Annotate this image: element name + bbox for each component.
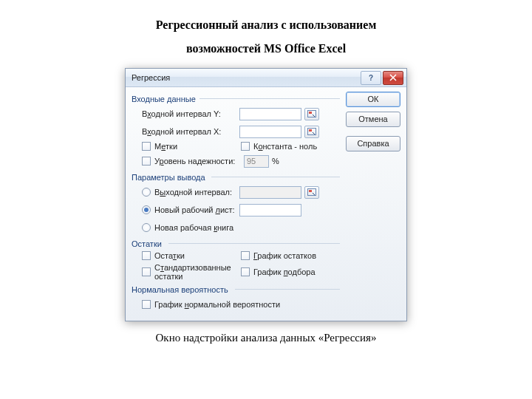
row-output-sheet: Новый рабочий лист: [132,201,340,219]
range-select-output-button[interactable] [304,186,319,199]
label-fit-plot: График подбора [253,267,316,276]
row-confidence: Уровень надежности: 95 % [132,152,340,170]
dialog-title: Регрессия [132,73,359,82]
input-output-range[interactable] [239,186,301,199]
help-icon[interactable]: ? [361,71,381,85]
range-select-y-button[interactable] [304,108,319,120]
label-normal-plot: График нормальной вероятности [154,300,280,309]
label-percent: % [272,157,279,166]
ok-button[interactable]: ОК [346,92,400,107]
titlebar[interactable]: Регрессия ? [126,69,406,87]
group-header-output: Параметры вывода [132,170,340,183]
checkbox-confidence[interactable] [142,157,151,166]
checkbox-labels[interactable] [142,142,151,151]
label-const-chk: Константа - ноль [253,142,317,151]
input-output-sheet[interactable] [239,204,301,216]
input-x[interactable] [239,126,301,138]
row-input-y: Входной интервал Y: [132,105,340,123]
range-icon [307,128,316,135]
radio-output-range[interactable] [142,188,151,197]
label-std-residuals: Стандартизованные остатки [154,263,241,281]
figure-caption: Окно надстройки анализа данных «Регресси… [0,332,532,344]
row-resid-pair1: Остатки График остатков [132,250,340,262]
close-button[interactable] [383,71,403,85]
range-icon [307,110,316,117]
radio-output-sheet[interactable] [142,205,151,214]
row-resid-pair2: Стандартизованные остатки График подбора [132,262,340,282]
page-title-line2: возможностей MS Office Excel [0,37,532,61]
checkbox-std-residuals[interactable] [142,267,151,276]
svg-rect-3 [309,129,312,132]
input-y[interactable] [239,108,301,120]
page-title-line1: Регрессионный анализ с использованием [0,13,532,37]
group-header-residuals: Остатки [132,236,340,250]
checkbox-resid-plot[interactable] [241,251,250,260]
page-title: Регрессионный анализ с использованием во… [0,13,532,61]
checkbox-fit-plot[interactable] [241,267,250,276]
button-column: ОК Отмена Справка [346,92,400,313]
label-residuals: Остатки [154,251,185,260]
svg-rect-5 [309,190,312,192]
row-labels-const: Метки Константа - ноль [132,140,340,152]
close-icon [389,74,397,81]
checkbox-residuals[interactable] [142,251,151,260]
label-resid-plot: График остатков [253,251,316,260]
range-select-x-button[interactable] [304,126,319,138]
group-header-input: Входные данные [132,92,340,105]
cancel-button[interactable]: Отмена [346,112,400,127]
label-output-range: Выходной интервал: [154,188,232,197]
regression-dialog: Регрессия ? Входные данные Входной интер… [125,68,407,321]
label-labels-chk: Метки [154,142,177,151]
row-output-range: Выходной интервал: [132,183,340,201]
label-input-x: Входной интервал X: [142,127,239,136]
group-header-normal: Нормальная вероятность [132,282,340,296]
range-icon [307,188,316,196]
svg-rect-1 [309,112,312,114]
row-output-book: Новая рабочая книга [132,219,340,236]
checkbox-normal-plot[interactable] [142,300,151,309]
row-normal-plot: График нормальной вероятности [132,296,340,313]
help-button[interactable]: Справка [346,136,400,151]
label-output-sheet: Новый рабочий лист: [154,205,235,214]
label-output-book: Новая рабочая книга [154,223,233,232]
radio-output-book[interactable] [142,223,151,232]
label-input-y: Входной интервал Y: [142,109,239,118]
row-input-x: Входной интервал X: [132,123,340,140]
label-confidence: Уровень надежности: [154,157,235,166]
input-confidence[interactable]: 95 [244,155,269,168]
checkbox-const-zero[interactable] [241,142,250,151]
